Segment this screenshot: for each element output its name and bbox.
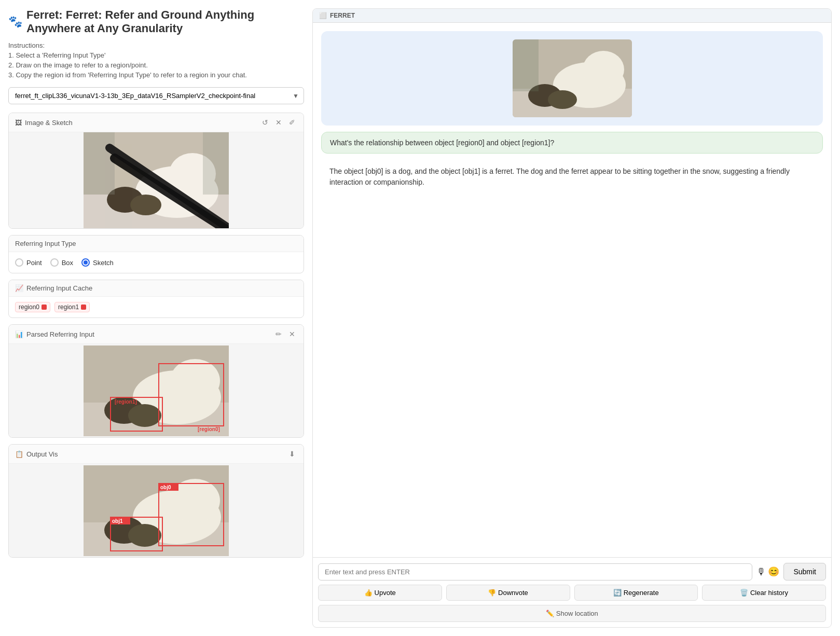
referring-input-type-section: Referring Input Type Point Box Sketch (8, 235, 304, 273)
reset-button[interactable]: ↺ (260, 117, 270, 128)
ferret-tab-icon: ⬜ (319, 12, 327, 19)
sketch-canvas-svg[interactable] (84, 132, 229, 228)
parsed-image-area: [region0] [region1] (9, 344, 304, 437)
svg-text:[region1]: [region1] (115, 399, 137, 405)
svg-text:obj0: obj0 (160, 485, 171, 490)
edit-parsed-button[interactable]: ✏ (273, 329, 284, 339)
mic-icon[interactable]: 🎙 (756, 566, 766, 577)
model-select-wrapper: ferret_ft_clipL336_vicunaV1-3-13b_3Ep_da… (8, 87, 304, 104)
region0-tag: region0 (15, 302, 50, 312)
output-icon: 📋 (15, 450, 23, 458)
radio-sketch-label: Sketch (93, 259, 114, 267)
page-title: 🐾 Ferret: Ferret: Refer and Ground Anyth… (8, 8, 304, 35)
image-icon: 🖼 (15, 119, 22, 127)
output-vis-label: Output Vis (26, 450, 58, 458)
parsed-referring-header: 📊 Parsed Referring Input ✏ ✕ (9, 325, 304, 344)
chat-input-area: 🎙 😊 Submit 👍 Upvote 👎 Downvote 🔄 Regener… (313, 557, 831, 627)
region0-color-dot (42, 305, 47, 310)
region1-label: region1 (58, 303, 79, 311)
radio-sketch[interactable]: Sketch (81, 258, 114, 267)
radio-point[interactable]: Point (15, 258, 42, 267)
svg-point-37 (548, 90, 577, 109)
chat-input-row: 🎙 😊 Submit (318, 563, 826, 580)
chat-image-message (321, 31, 823, 126)
chat-panel: ⬜ FERRET (312, 8, 832, 628)
close-image-button[interactable]: ✕ (273, 117, 284, 128)
image-sketch-header: 🖼 Image & Sketch ↺ ✕ ✐ (9, 113, 304, 132)
chat-ai-message: The object [obj0] is a dog, and the obje… (321, 160, 823, 194)
referring-input-type-header: Referring Input Type (9, 236, 304, 252)
svg-rect-6 (84, 132, 115, 195)
ai-response-text: The object [obj0] is a dog, and the obje… (329, 167, 790, 186)
output-vis-image-area: obj0 obj1 (9, 464, 304, 557)
chat-messages-area: What's the relationship between object [… (313, 23, 831, 557)
image-sketch-label: Image & Sketch (25, 119, 73, 127)
image-sketch-section: 🖼 Image & Sketch ↺ ✕ ✐ (8, 113, 304, 229)
show-location-button[interactable]: ✏️ Show location (318, 605, 826, 622)
svg-point-15 (128, 404, 161, 427)
smiley-icon[interactable]: 😊 (768, 566, 779, 577)
edit-image-button[interactable]: ✐ (287, 117, 297, 128)
radio-box-circle (50, 258, 59, 267)
svg-text:obj1: obj1 (112, 518, 123, 524)
svg-point-35 (583, 51, 624, 88)
chat-input-icons: 🎙 😊 (756, 566, 779, 577)
action-buttons-row: 👍 Upvote 👎 Downvote 🔄 Regenerate 🗑️ Clea… (318, 585, 826, 601)
cache-icon: 📈 (15, 284, 23, 292)
chat-user-message: What's the relationship between object [… (321, 132, 823, 154)
model-select[interactable]: ferret_ft_clipL336_vicunaV1-3-13b_3Ep_da… (8, 87, 304, 104)
ferret-tab: ⬜ FERRET (313, 9, 831, 23)
regenerate-button[interactable]: 🔄 Regenerate (574, 585, 698, 601)
instruction-2: 2. Draw on the image to refer to a regio… (8, 61, 304, 69)
downvote-button[interactable]: 👎 Downvote (446, 585, 570, 601)
user-message-text: What's the relationship between object [… (330, 139, 554, 147)
radio-point-label: Point (26, 259, 42, 267)
instruction-1: 1. Select a 'Referring Input Type' (8, 51, 304, 59)
svg-rect-38 (513, 39, 539, 91)
parsed-referring-label: Parsed Referring Input (26, 330, 94, 338)
svg-point-25 (128, 524, 161, 547)
cache-tags-area: region0 region1 (9, 297, 304, 317)
show-location-row: ✏️ Show location (318, 605, 826, 622)
parsed-referring-input-section: 📊 Parsed Referring Input ✏ ✕ (8, 324, 304, 438)
title-emoji: 🐾 (8, 15, 22, 29)
referring-type-options: Point Box Sketch (9, 252, 304, 273)
radio-box-label: Box (62, 259, 73, 267)
image-sketch-canvas[interactable] (9, 132, 304, 228)
parse-icon: 📊 (15, 330, 23, 338)
output-vis-header: 📋 Output Vis ⬇ (9, 445, 304, 464)
chat-text-input[interactable] (318, 563, 752, 580)
parsed-image-svg: [region0] [region1] (84, 345, 229, 436)
output-vis-svg: obj0 obj1 (84, 465, 229, 556)
svg-point-13 (170, 359, 220, 403)
svg-point-5 (130, 195, 161, 215)
radio-box[interactable]: Box (50, 258, 73, 267)
radio-sketch-circle (81, 258, 90, 267)
instructions-label: Instructions: (8, 42, 304, 49)
image-sketch-controls: ↺ ✕ ✐ (260, 117, 297, 128)
region1-tag: region1 (54, 302, 90, 312)
svg-text:[region0]: [region0] (198, 426, 220, 432)
left-panel: 🐾 Ferret: Ferret: Refer and Ground Anyth… (8, 8, 304, 628)
output-vis-section: 📋 Output Vis ⬇ (8, 444, 304, 558)
ferret-tab-label: FERRET (330, 12, 355, 19)
close-parsed-button[interactable]: ✕ (287, 329, 297, 339)
svg-rect-7 (203, 132, 229, 195)
referring-input-cache-header: 📈 Referring Input Cache (9, 280, 304, 297)
referring-type-label: Referring Input Type (15, 240, 76, 247)
chat-image-display (513, 39, 632, 117)
instructions-block: Instructions: 1. Select a 'Referring Inp… (8, 42, 304, 79)
clear-history-button[interactable]: 🗑️ Clear history (702, 585, 826, 601)
region0-label: region0 (19, 303, 39, 311)
submit-button[interactable]: Submit (783, 563, 826, 580)
title-text: Ferret: Ferret: Refer and Ground Anythin… (26, 8, 304, 35)
instruction-3: 3. Copy the region id from 'Referring In… (8, 71, 304, 79)
parsed-controls: ✏ ✕ (273, 329, 297, 339)
download-button[interactable]: ⬇ (287, 449, 297, 459)
region1-color-dot (81, 305, 86, 310)
output-vis-controls: ⬇ (287, 449, 297, 459)
radio-point-circle (15, 258, 23, 267)
referring-cache-label: Referring Input Cache (26, 284, 92, 292)
upvote-button[interactable]: 👍 Upvote (318, 585, 442, 601)
chat-image-svg (513, 39, 632, 117)
